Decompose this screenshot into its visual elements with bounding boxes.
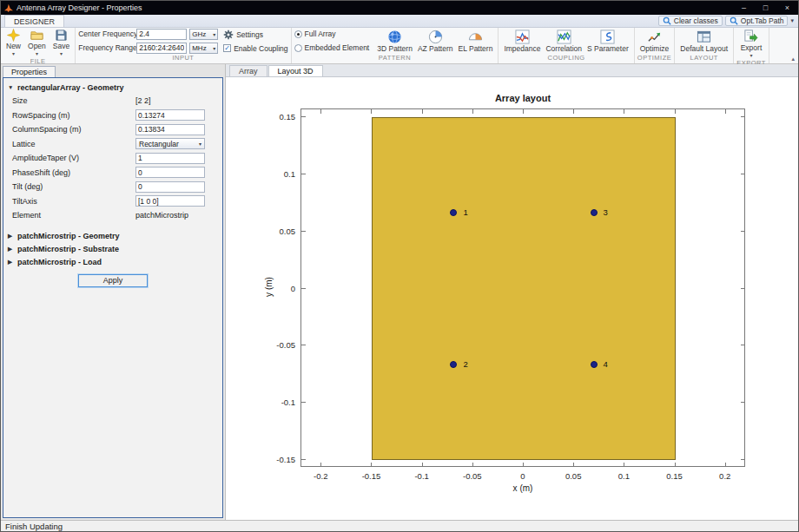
property-row-columnspacing: ColumnSpacing (m) [3,122,222,137]
save-button[interactable]: Save ▾ [50,28,72,57]
x-tick-label: 0.1 [604,471,643,481]
tab-properties[interactable]: Properties [3,66,56,77]
x-tick-mark [422,109,423,114]
ribbon-group-input: Center Frequency GHz ▾ Frequency Range M… [76,28,291,63]
settings-label: Settings [236,30,263,39]
array-element-label: 1 [463,207,467,217]
apply-button[interactable]: Apply [78,274,148,287]
tilt-input[interactable] [135,181,205,193]
frequency-range-unit-value: MHz [192,44,206,52]
layout-group-label: LAYOUT [677,54,730,63]
close-button[interactable]: × [776,1,798,15]
clear-classes-button[interactable]: Clear classes [658,16,723,26]
size-label: Size [12,96,135,105]
section-patchmicrostrip-load[interactable]: ▶ patchMicrostrip - Load [3,256,222,269]
titlebar: Antenna Array Designer - Properties – □ … [1,1,798,15]
x-tick-label: 0 [504,471,542,481]
new-icon [7,29,20,42]
default-layout-button[interactable]: Default Layout [677,29,730,54]
default-layout-label: Default Layout [680,45,728,53]
tab-designer[interactable]: DESIGNER [4,15,64,27]
export-button[interactable]: Export ▾ [738,28,765,59]
frequency-range-unit-select[interactable]: MHz ▾ [189,43,218,54]
x-tick-mark [472,109,473,114]
quick-access-dropdown-icon[interactable]: ▾ [790,17,794,24]
s-parameter-button[interactable]: S Parameter [584,29,631,54]
y-tick-label: -0.1 [261,397,295,407]
frequency-range-input[interactable] [136,43,187,54]
opt-tab-path-button[interactable]: Opt.Tab Path [725,16,789,26]
embedded-element-radio[interactable]: Embedded Element [294,43,370,52]
az-pattern-button[interactable]: AZ Pattern [415,29,456,54]
impedance-button[interactable]: Impedance [501,29,543,54]
tiltaxis-input[interactable] [135,195,205,207]
properties-panel: Properties ▼ rectangularArray - Geometry… [1,64,226,520]
center-frequency-unit-value: GHz [192,30,206,38]
property-row-lattice: Lattice Rectangular ▾ [3,137,222,152]
y-tick-mark [741,231,745,232]
chevron-down-icon: ▾ [199,141,201,147]
3d-pattern-label: 3D Pattern [377,45,413,53]
minimize-button[interactable]: – [733,1,755,15]
collapse-ribbon-button[interactable]: ▴ [791,56,795,62]
lattice-value: Rectangular [139,140,179,148]
optimize-group-label: OPTIMIZE [637,54,672,63]
correlation-icon [557,30,571,44]
triangle-right-icon: ▶ [8,233,15,240]
center-frequency-unit-select[interactable]: GHz ▾ [189,29,218,40]
window-title: Antenna Array Designer - Properties [17,3,733,12]
section-rectangulararray-geometry[interactable]: ▼ rectangularArray - Geometry [3,81,222,94]
center-frequency-input[interactable] [136,29,187,40]
tab-array[interactable]: Array [229,65,267,76]
rowspacing-input[interactable] [135,109,205,121]
properties-tabbar: Properties [1,64,225,77]
array-element-marker[interactable] [591,361,598,368]
opt-tab-path-label: Opt.Tab Path [741,16,784,25]
chevron-down-icon: ▾ [213,31,215,37]
x-tick-mark [573,463,574,467]
amplitudetaper-input[interactable] [135,153,205,164]
window-controls: – □ × [733,1,798,15]
x-tick-mark [472,463,473,467]
full-array-radio[interactable]: Full Array [294,30,370,38]
app-icon [4,3,13,12]
y-tick-mark [741,345,745,345]
property-row-amplitudetaper: AmplitudeTaper (V) [3,151,222,166]
x-axis-label: x (m) [300,483,745,493]
optimize-button[interactable]: Optimize [637,29,672,54]
chart-title: Array layout [300,93,745,103]
section-patchmicrostrip-substrate[interactable]: ▶ patchMicrostrip - Substrate [3,243,222,256]
maximize-button[interactable]: □ [755,1,776,15]
correlation-label: Correlation [545,45,582,53]
tilt-label: Tilt (deg) [12,182,135,191]
el-pattern-button[interactable]: EL Pattern [456,29,496,54]
section-patchmicrostrip-geometry[interactable]: ▶ patchMicrostrip - Geometry [3,230,222,243]
document-area: Array Layout 3D Array layout 1234 x (m) … [226,64,798,520]
plot-axes[interactable]: 1234 [300,108,745,467]
section-title: patchMicrostrip - Substrate [17,245,119,253]
triangle-down-icon: ▼ [8,84,15,90]
export-label: Export [741,44,763,52]
x-tick-mark [320,463,321,467]
tab-layout-3d[interactable]: Layout 3D [268,65,323,76]
phaseshift-input[interactable] [135,167,205,178]
x-tick-mark [624,463,624,467]
x-tick-mark [320,109,321,114]
new-button[interactable]: New ▾ [3,28,23,57]
x-tick-mark [371,463,372,467]
correlation-button[interactable]: Correlation [543,29,584,54]
array-element-marker[interactable] [591,209,598,216]
lattice-select[interactable]: Rectangular ▾ [135,138,205,149]
settings-button[interactable]: Settings [223,30,287,40]
az-pattern-icon [428,30,443,44]
property-row-tiltaxis: TiltAxis [3,194,222,209]
array-element-label: 2 [463,359,467,369]
app-window: Antenna Array Designer - Properties – □ … [0,0,799,532]
open-icon [30,29,43,42]
radio-unselected-icon [294,44,302,52]
enable-coupling-checkbox[interactable]: ✓ Enable Coupling [223,44,287,53]
open-button[interactable]: Open ▾ [25,28,49,57]
columnspacing-input[interactable] [135,124,205,135]
3d-pattern-button[interactable]: 3D Pattern [374,29,415,54]
status-text: Finish Updating [5,522,63,531]
